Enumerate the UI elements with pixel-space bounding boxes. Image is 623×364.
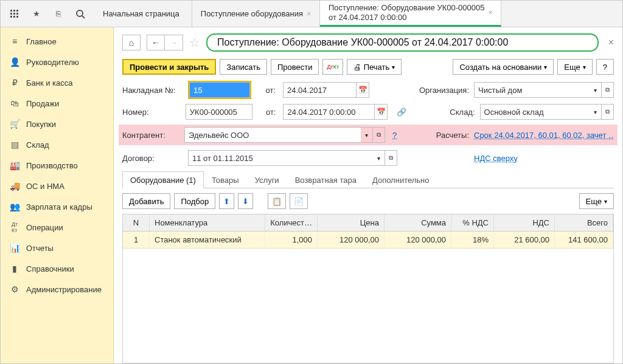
back-button[interactable]: ← [147, 35, 165, 50]
cell-sum: 120 000,00 [385, 232, 451, 248]
sidebar-item-salary[interactable]: 👥Зарплата и кадры [1, 196, 113, 217]
col-qty[interactable]: Количест… [265, 215, 318, 231]
sidebar-item-warehouse[interactable]: ▤Склад [1, 134, 113, 155]
contragent-input[interactable]: Эдельвейс ООО [184, 127, 361, 143]
col-sum[interactable]: Сумма [385, 215, 451, 231]
open-ref-icon[interactable]: ⧉ [602, 82, 614, 98]
col-vat[interactable]: НДС [494, 215, 555, 231]
sklad-input[interactable]: Основной склад [480, 104, 590, 120]
sidebar-item-label: Продажи [26, 99, 59, 108]
subtab-goods[interactable]: Товары [204, 171, 247, 188]
paste-button[interactable]: 📄 [290, 193, 308, 209]
book-icon: ▮ [9, 263, 20, 274]
sidebar-item-reports[interactable]: 📊Отчеты [1, 238, 113, 258]
nds-link[interactable]: НДС сверху [474, 154, 614, 163]
forward-button[interactable]: → [165, 35, 183, 50]
add-row-button[interactable]: Добавить [122, 193, 170, 209]
close-icon[interactable]: × [488, 9, 492, 17]
svg-rect-4 [13, 13, 15, 15]
sidebar-item-label: ОС и НМА [26, 182, 64, 191]
col-n[interactable]: N [123, 215, 150, 231]
pick-button[interactable]: Подбор [174, 193, 215, 209]
people-icon: 👥 [9, 201, 20, 212]
home-button[interactable]: ⌂ [122, 35, 141, 50]
org-input[interactable]: Чистый дом [474, 82, 590, 98]
open-ref-icon[interactable]: ⧉ [373, 127, 385, 143]
more-button[interactable]: Еще▾ [557, 59, 592, 75]
apps-icon[interactable] [9, 9, 20, 19]
nakladnaya-number-input[interactable]: 15 [189, 82, 250, 98]
nomer-input[interactable]: УК00-000005 [186, 104, 252, 120]
subtab-returnable[interactable]: Возвратная тара [287, 171, 364, 188]
sidebar-item-operations[interactable]: ДтКтОперации [1, 217, 113, 238]
star-icon[interactable]: ★ [31, 9, 42, 19]
subtab-additional[interactable]: Дополнительно [364, 171, 437, 188]
subtab-equipment[interactable]: Оборудование (1) [122, 171, 204, 188]
svg-rect-2 [16, 10, 18, 12]
create-based-button[interactable]: Создать на основании▾ [453, 59, 554, 75]
contragent-help-link[interactable]: ? [392, 131, 397, 140]
svg-rect-6 [10, 16, 12, 18]
nakladnaya-date-input[interactable]: 24.04.2017 [283, 82, 356, 98]
sidebar-item-main[interactable]: ≡Главное [1, 31, 113, 52]
sidebar-item-label: Отчеты [26, 244, 54, 253]
search-icon[interactable] [75, 9, 86, 19]
dependency-icon[interactable]: 🔗 [396, 106, 406, 117]
dtkt-button[interactable]: ДтКт [322, 59, 343, 75]
dropdown-icon[interactable]: ▾ [361, 127, 373, 143]
sidebar-item-production[interactable]: 🏭Производство [1, 155, 113, 176]
post-and-close-button[interactable]: Провести и закрыть [122, 59, 216, 75]
move-up-button[interactable]: ⬆ [219, 193, 234, 209]
col-price[interactable]: Цена [318, 215, 385, 231]
sidebar-item-assets[interactable]: 🚚ОС и НМА [1, 176, 113, 196]
sidebar-item-catalogs[interactable]: ▮Справочники [1, 258, 113, 279]
tab-start-page[interactable]: Начальная страница [94, 1, 192, 27]
nomer-date-input[interactable]: 24.04.2017 0:00:00 [283, 104, 374, 120]
close-icon[interactable]: × [307, 10, 311, 18]
svg-rect-3 [10, 13, 12, 15]
dogovor-input[interactable]: 11 от 01.11.2015 [188, 150, 373, 166]
sidebar-item-manager[interactable]: 👤Руководителю [1, 52, 113, 72]
tab-equipment-list[interactable]: Поступление оборудования × [192, 1, 320, 27]
print-button[interactable]: 🖨 Печать▾ [347, 59, 402, 75]
subtab-services[interactable]: Услуги [247, 171, 287, 188]
dropdown-icon[interactable]: ▾ [590, 82, 602, 98]
col-name[interactable]: Номенклатура [150, 215, 265, 231]
table-row[interactable]: 1 Станок автоматический 1,000 120 000,00… [123, 232, 613, 249]
gear-icon: ⚙ [9, 284, 20, 295]
favorite-icon[interactable]: ☆ [189, 35, 200, 50]
sidebar-item-label: Руководителю [26, 58, 79, 67]
sidebar-item-bank[interactable]: ₽Банк и касса [1, 72, 113, 93]
link-icon[interactable]: ⎘ [53, 9, 64, 19]
col-vatp[interactable]: % НДС [451, 215, 494, 231]
table-more-button[interactable]: Еще▾ [579, 193, 614, 209]
sidebar-item-admin[interactable]: ⚙Администрирование [1, 279, 113, 300]
bag-icon: 🛍 [9, 98, 20, 109]
svg-rect-0 [10, 10, 12, 12]
tab-document[interactable]: Поступление: Оборудование УК00-000005 от… [320, 1, 501, 27]
close-page-icon[interactable]: × [608, 37, 614, 48]
tab-label: Поступление: Оборудование УК00-000005 от… [329, 3, 484, 22]
open-ref-icon[interactable]: ⧉ [602, 104, 614, 120]
factory-icon: 🏭 [9, 160, 20, 171]
printer-icon: 🖨 [353, 63, 361, 72]
cart-icon: 🛒 [9, 118, 20, 129]
datepicker-icon[interactable]: 📅 [356, 82, 369, 98]
svg-point-9 [77, 10, 83, 16]
save-button[interactable]: Записать [220, 59, 267, 75]
svg-rect-8 [16, 16, 18, 18]
dtkt-icon: ДтКт [9, 222, 20, 233]
col-total[interactable]: Всего [555, 215, 613, 231]
dropdown-icon[interactable]: ▾ [590, 104, 602, 120]
sidebar-item-purchases[interactable]: 🛒Покупки [1, 114, 113, 134]
open-ref-icon[interactable]: ⧉ [385, 150, 397, 166]
datepicker-icon[interactable]: 📅 [374, 104, 388, 120]
copy-button[interactable]: 📋 [268, 193, 286, 209]
post-button[interactable]: Провести [271, 59, 319, 75]
raschety-link[interactable]: Срок 24.04.2017, 60.01, 60.02, зачет … [474, 131, 614, 140]
help-button[interactable]: ? [596, 59, 614, 75]
dropdown-icon[interactable]: ▾ [373, 150, 385, 166]
sidebar-item-sales[interactable]: 🛍Продажи [1, 93, 113, 114]
sidebar-item-label: Главное [26, 37, 57, 46]
move-down-button[interactable]: ⬇ [238, 193, 253, 209]
